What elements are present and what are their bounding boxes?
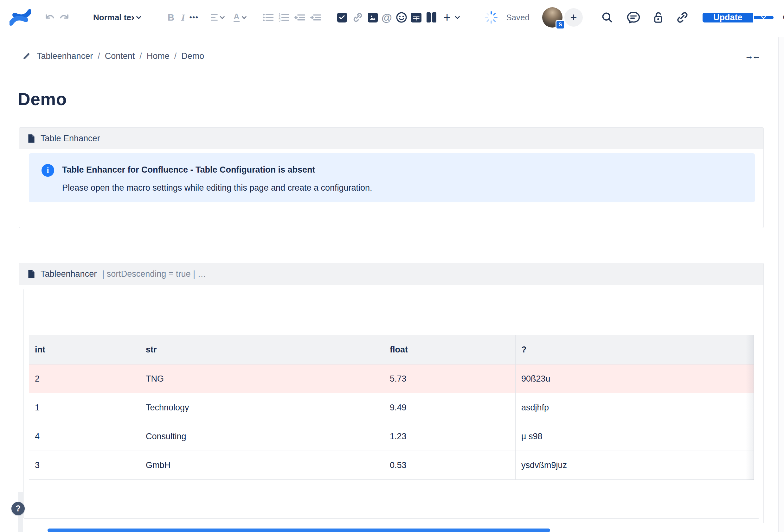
update-button[interactable]: Update <box>703 13 753 23</box>
macro-params: | sortDescending = true | … <box>102 269 206 279</box>
collapse-width-icon[interactable]: →← <box>745 51 759 61</box>
layouts-button[interactable] <box>426 12 437 23</box>
plus-icon: + <box>570 13 577 22</box>
table-cell: 5.73 <box>384 364 515 393</box>
chevron-down-icon <box>455 14 460 19</box>
search-button[interactable] <box>601 11 613 24</box>
insert-more-button[interactable]: + <box>443 13 451 22</box>
table-row: 3GmbH0.53ysdvßm9juz <box>29 451 754 480</box>
comments-button[interactable] <box>626 11 640 24</box>
macro-tableenhancer: Tableenhancer | sortDescending = true | … <box>19 263 764 523</box>
image-icon <box>368 13 378 23</box>
indent-button[interactable] <box>310 12 321 23</box>
insert-dropdown[interactable] <box>456 16 459 19</box>
insert-table-button[interactable] <box>411 13 421 23</box>
columns-icon <box>426 12 437 23</box>
update-dropdown-button[interactable] <box>754 16 774 19</box>
insert-link-button[interactable] <box>352 12 363 23</box>
unlock-button[interactable] <box>652 11 665 24</box>
column-header[interactable]: float <box>384 335 515 364</box>
unlock-icon <box>652 11 665 24</box>
task-list-button[interactable] <box>337 13 347 23</box>
italic-button[interactable]: I <box>181 12 185 23</box>
table-cell: 0.53 <box>384 451 515 480</box>
macro-body: intstrfloat? 2TNG5.7390ß23u1Technology9.… <box>19 285 763 523</box>
table-row: 2TNG5.7390ß23u <box>29 364 754 393</box>
vertical-scrollbar-track[interactable] <box>778 37 784 532</box>
table-cell: 4 <box>29 422 140 451</box>
text-color-dropdown[interactable]: A <box>233 13 246 23</box>
editor-content: Demo Table Enhancer i Table Enhancer for… <box>19 89 764 523</box>
column-header[interactable]: str <box>140 335 384 364</box>
breadcrumb-item[interactable]: Demo <box>181 51 204 61</box>
indent-icon <box>310 12 321 23</box>
data-table: intstrfloat? 2TNG5.7390ß23u1Technology9.… <box>29 335 754 480</box>
bullet-list-button[interactable] <box>262 12 274 23</box>
info-banner: i Table Enhancer for Confluence - Table … <box>29 153 755 202</box>
outdent-icon <box>294 12 306 23</box>
breadcrumb-separator: / <box>139 51 142 61</box>
numbered-list-button[interactable]: 1 2 3 <box>278 12 290 23</box>
table-cell: ysdvßm9juz <box>515 451 754 480</box>
info-icon: i <box>41 164 54 177</box>
mention-button[interactable]: @ <box>382 11 392 24</box>
breadcrumb-item[interactable]: Content <box>105 51 135 61</box>
alignment-dropdown[interactable] <box>211 14 224 21</box>
table-cell: Technology <box>140 393 384 422</box>
emoji-button[interactable] <box>396 12 407 23</box>
macro-body: i Table Enhancer for Confluence - Table … <box>19 149 763 228</box>
chevron-down-icon <box>220 14 225 19</box>
undo-button[interactable] <box>45 12 56 23</box>
update-button-group: Update <box>703 8 774 27</box>
table-icon <box>411 13 421 23</box>
copy-link-button[interactable] <box>676 11 689 24</box>
text-style-dropdown[interactable]: Normal text <box>93 13 140 23</box>
breadcrumb-item[interactable]: Tableenhancer <box>37 51 93 61</box>
confluence-logo-icon <box>9 8 31 27</box>
editor-toolbar: Normal text B I ••• A 1 2 3 <box>0 0 784 35</box>
undo-icon <box>45 12 56 23</box>
redo-button[interactable] <box>58 12 70 23</box>
info-title: Table Enhancer for Confluence - Table Co… <box>62 165 372 175</box>
table-cell: 9.49 <box>384 393 515 422</box>
close-button[interactable]: Close <box>783 13 784 23</box>
macro-name: Tableenhancer <box>40 269 97 279</box>
breadcrumb: Tableenhancer / Content / Home / Demo <box>22 51 204 61</box>
table-cell: TNG <box>140 364 384 393</box>
breadcrumb-separator: / <box>97 51 100 61</box>
redo-icon <box>58 12 70 23</box>
macro-name: Table Enhancer <box>40 134 100 143</box>
more-formatting-button[interactable]: ••• <box>190 13 199 22</box>
help-button[interactable]: ? <box>11 502 25 515</box>
info-body: Please open the macro settings while edi… <box>62 183 372 193</box>
macro-preview-card: intstrfloat? 2TNG5.7390ß23u1Technology9.… <box>24 289 759 519</box>
numbered-list-icon: 1 2 3 <box>278 12 290 23</box>
chevron-down-icon <box>242 14 247 19</box>
horizontal-scrollbar-thumb[interactable] <box>48 529 550 532</box>
table-cell: µ s98 <box>515 422 754 451</box>
breadcrumb-item[interactable]: Home <box>147 51 170 61</box>
page-title: Demo <box>18 89 764 109</box>
table-cell: 90ß23u <box>515 364 754 393</box>
svg-text:3: 3 <box>279 19 280 22</box>
macro-table-enhancer: Table Enhancer i Table Enhancer for Conf… <box>19 127 764 228</box>
column-header[interactable]: int <box>29 335 140 364</box>
bold-button[interactable]: B <box>168 12 174 23</box>
emoji-icon <box>396 12 407 23</box>
align-icon <box>211 14 218 21</box>
document-icon <box>28 269 35 279</box>
outdent-button[interactable] <box>294 12 306 23</box>
avatar[interactable]: S <box>542 7 562 28</box>
column-header[interactable]: ? <box>515 335 754 364</box>
text-color-icon: A <box>233 13 240 23</box>
macro-header[interactable]: Tableenhancer | sortDescending = true | … <box>19 263 763 285</box>
table-cell: 2 <box>29 364 140 393</box>
insert-image-button[interactable] <box>368 13 378 23</box>
table-cell: 1 <box>29 393 140 422</box>
macro-header[interactable]: Table Enhancer <box>19 128 763 149</box>
invite-button[interactable]: + <box>562 8 583 27</box>
link-icon <box>352 12 363 23</box>
bullet-list-icon <box>262 12 274 23</box>
saving-spinner-icon <box>484 10 499 25</box>
checkbox-icon <box>337 13 347 23</box>
